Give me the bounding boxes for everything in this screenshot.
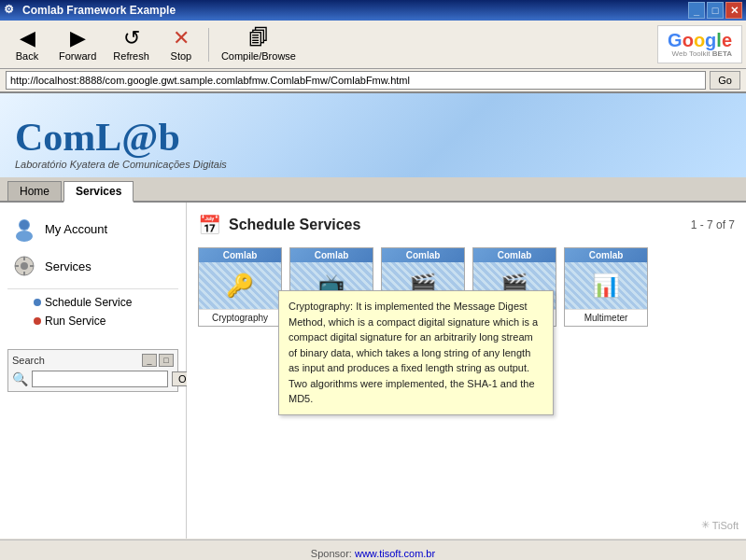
toolbar: Back Forward Refresh Stop 🗐 Compile/Brow…	[0, 21, 746, 69]
card-label-cryptography: Cryptography	[199, 309, 281, 326]
tooltip-text: Cryptography: It is implemented the Mess…	[289, 301, 538, 404]
tab-home[interactable]: Home	[7, 181, 62, 201]
sub-item-run-service[interactable]: Run Service	[0, 312, 186, 330]
my-account-icon	[11, 216, 37, 242]
card-icon-cryptography: 🔑	[199, 262, 281, 309]
back-icon	[20, 28, 35, 49]
sponsor-url: www.tisoft.com.br	[355, 548, 435, 559]
tisoft-watermark: ✳ TiSoft	[701, 519, 739, 531]
go-button[interactable]: Go	[710, 71, 740, 90]
sub-item-schedule-service[interactable]: Schedule Service	[0, 293, 186, 312]
header-text: ComL@b Laboratório Kyatera de Comunicaçõ…	[15, 118, 227, 170]
panel-title-row: 📅 Schedule Services	[198, 214, 360, 236]
app-header: ComL@b Laboratório Kyatera de Comunicaçõ…	[0, 93, 746, 177]
panel-header: 📅 Schedule Services 1 - 7 of 7	[198, 214, 735, 236]
forward-icon	[70, 28, 86, 49]
service-card-multimeter[interactable]: Comlab 📊 Multimeter	[564, 247, 648, 327]
services-grid: Comlab 🔑 Cryptography Cryptography: It i…	[198, 247, 735, 327]
run-service-label: Run Service	[45, 315, 106, 328]
compile-icon: 🗐	[248, 28, 269, 49]
services-icon	[11, 253, 37, 279]
svg-rect-5	[23, 257, 25, 260]
forward-button[interactable]: Forward	[50, 23, 105, 66]
tisoft-icon: ✳	[701, 519, 710, 531]
svg-rect-8	[30, 265, 34, 267]
toolbar-separator	[208, 28, 209, 62]
maximize-button[interactable]: □	[707, 2, 724, 19]
back-label: Back	[16, 50, 38, 62]
google-logo: Google Web Toolkit BETA	[657, 25, 742, 63]
service-card-cryptography[interactable]: Comlab 🔑 Cryptography Cryptography: It i…	[198, 247, 282, 327]
services-label: Services	[45, 259, 91, 273]
window-title: Comlab Framework Example	[22, 4, 688, 17]
address-bar: Go	[0, 69, 746, 93]
sidebar-item-services[interactable]: Services	[0, 247, 186, 285]
refresh-icon	[123, 28, 140, 49]
card-header-video-i: Comlab	[382, 248, 464, 262]
tooltip-cryptography: Cryptography: It is implemented the Mess…	[278, 290, 554, 415]
stop-button[interactable]: Stop	[158, 23, 204, 66]
search-icon: 🔍	[12, 371, 28, 386]
stop-icon	[173, 28, 190, 49]
card-header-digital-tv: Comlab	[290, 248, 373, 262]
svg-point-4	[21, 262, 28, 270]
window-controls: _ □ ✕	[688, 2, 742, 19]
stop-label: Stop	[171, 50, 192, 62]
search-title: Search	[12, 355, 45, 366]
svg-point-1	[16, 231, 33, 242]
card-header-cryptography: Comlab	[199, 248, 281, 262]
svg-rect-7	[15, 265, 19, 267]
panel-title: Schedule Services	[229, 217, 360, 233]
url-input[interactable]	[6, 71, 706, 90]
panel-count: 1 - 7 of 7	[691, 218, 735, 231]
search-input[interactable]	[32, 371, 168, 387]
refresh-label: Refresh	[113, 50, 149, 62]
svg-rect-6	[23, 272, 25, 275]
tabs-bar: Home Services	[0, 177, 746, 203]
forward-label: Forward	[59, 50, 96, 62]
search-minimize-button[interactable]: _	[142, 354, 157, 367]
svg-point-2	[20, 220, 29, 230]
sponsor-label: Sponsor:	[311, 548, 352, 559]
window-icon: ⚙	[4, 3, 19, 18]
minimize-button[interactable]: _	[688, 2, 705, 19]
sidebar: My Account Services Sc	[0, 203, 187, 539]
back-button[interactable]: Back	[4, 23, 50, 66]
sidebar-item-my-account[interactable]: My Account	[0, 210, 186, 247]
tisoft-label: TiSoft	[712, 520, 739, 531]
search-box: Search _ □ 🔍 Ok	[7, 349, 178, 392]
refresh-button[interactable]: Refresh	[105, 23, 158, 66]
tab-services[interactable]: Services	[63, 181, 134, 203]
search-controls: _ □	[142, 354, 174, 367]
close-button[interactable]: ✕	[725, 2, 742, 19]
search-maximize-button[interactable]: □	[159, 354, 174, 367]
card-header-video-ii: Comlab	[473, 248, 556, 262]
main-content: ComL@b Laboratório Kyatera de Comunicaçõ…	[0, 93, 746, 539]
sidebar-divider	[7, 288, 178, 289]
my-account-label: My Account	[45, 222, 107, 236]
card-icon-multimeter: 📊	[565, 262, 647, 309]
compile-label: Compile/Browse	[221, 50, 296, 62]
content-area: My Account Services Sc	[0, 203, 746, 539]
app-subtitle: Laboratório Kyatera de Comunicações Digi…	[15, 159, 227, 170]
card-header-multimeter: Comlab	[565, 248, 647, 262]
sponsor-link[interactable]: www.tisoft.com.br	[355, 548, 435, 559]
app-title: ComL@b	[15, 118, 227, 157]
search-header: Search _ □	[12, 354, 174, 367]
schedule-service-dot	[34, 299, 41, 306]
compile-browse-button[interactable]: 🗐 Compile/Browse	[213, 23, 304, 66]
footer: Sponsor: www.tisoft.com.br	[0, 539, 746, 560]
services-panel: 📅 Schedule Services 1 - 7 of 7 Comlab 🔑 …	[187, 203, 746, 539]
run-service-dot	[34, 317, 41, 325]
card-label-multimeter: Multimeter	[565, 309, 647, 326]
title-bar: ⚙ Comlab Framework Example _ □ ✕	[0, 0, 746, 21]
schedule-service-label: Schedule Service	[45, 296, 132, 309]
search-input-row: 🔍 Ok	[12, 371, 174, 387]
schedule-icon: 📅	[198, 214, 221, 236]
